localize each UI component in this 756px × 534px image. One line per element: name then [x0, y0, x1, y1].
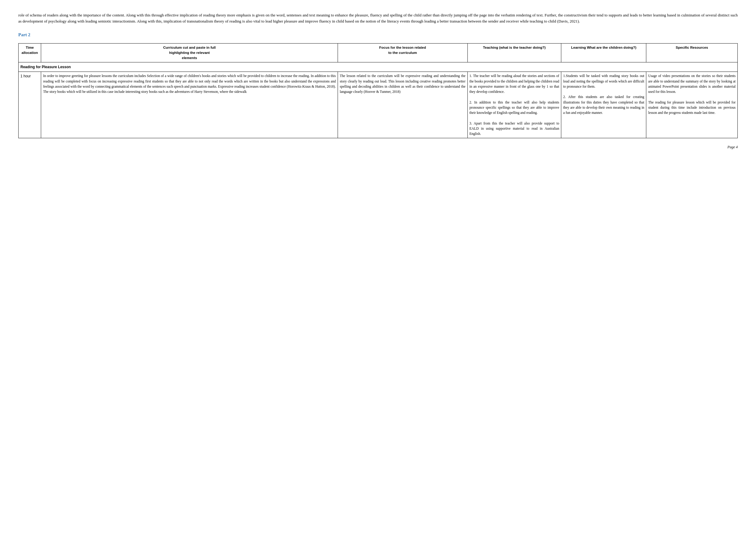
- header-resources: Specific Resources: [646, 43, 738, 63]
- lesson-plan-table: Time allocation Curriculum cut and paste…: [18, 43, 738, 139]
- header-learning: Learning What are the children doing?): [561, 43, 646, 63]
- section-label: Reading for Pleasure Lesson: [18, 63, 738, 72]
- header-focus: Focus for the lesson related to the curr…: [338, 43, 468, 63]
- section-label-row: Reading for Pleasure Lesson: [18, 63, 738, 72]
- page-number: Page 4: [18, 144, 738, 150]
- curriculum-cell: In order to improve greeting for pleasur…: [41, 72, 338, 138]
- lesson-data-row: 1 hour In order to improve greeting for …: [18, 72, 738, 138]
- teaching-cell: 1. The teacher will be reading aloud the…: [468, 72, 561, 138]
- learning-cell: 1.Students will be tasked with reading s…: [561, 72, 646, 138]
- focus-cell: The lesson related to the curriculum wil…: [338, 72, 468, 138]
- header-teaching: Teaching (what is the teacher doing?): [468, 43, 561, 63]
- resources-cell: Usage of video presentations on the stor…: [646, 72, 738, 138]
- header-time: Time allocation: [18, 43, 41, 63]
- time-cell: 1 hour: [18, 72, 41, 138]
- part-heading: Part 2: [18, 31, 738, 38]
- intro-paragraph: role of schema of readers along with the…: [18, 12, 738, 24]
- header-curriculum: Curriculum cut and paste in full highlig…: [41, 43, 338, 63]
